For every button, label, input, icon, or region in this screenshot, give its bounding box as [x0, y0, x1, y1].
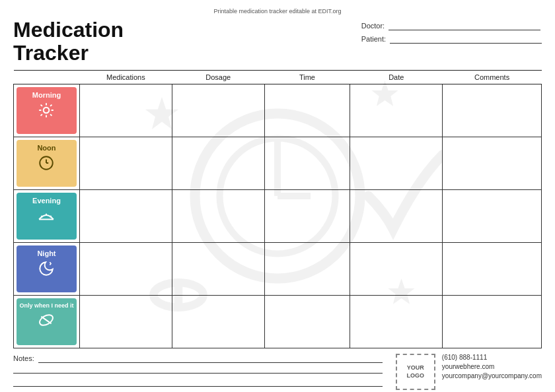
row-morning: Morning — [14, 84, 542, 137]
label-text-only-when: Only when I need it — [19, 302, 73, 309]
notes-label-text: Notes: — [13, 354, 34, 362]
row-only-when: Only when I need it — [14, 296, 542, 348]
notes-section: Notes: YOURLOGO (610) 888-1111 yourwebhe… — [13, 354, 542, 390]
data-cell-only-when-col4 — [443, 296, 542, 348]
col-header-date: Date — [350, 71, 443, 84]
phone: (610) 888-1111 — [442, 354, 542, 361]
data-cell-noon-col1 — [172, 137, 264, 190]
row-evening: Evening — [14, 190, 542, 243]
data-cell-morning-col3 — [350, 84, 443, 137]
svg-line-23 — [42, 317, 52, 324]
logo-box: YOURLOGO — [396, 354, 435, 390]
doctor-line — [388, 21, 540, 30]
data-cell-only-when-col0 — [79, 296, 172, 348]
page-title: MedicationTracker — [13, 18, 124, 65]
data-cell-night-col3 — [350, 243, 443, 296]
patient-label: Patient: — [361, 35, 386, 43]
row-night: Night — [14, 243, 542, 296]
label-text-evening: Evening — [32, 197, 61, 205]
svg-line-11 — [41, 105, 42, 106]
email: yourcompany@yourcompany.com — [442, 372, 542, 379]
contact-info: (610) 888-1111 yourwebhere.com yourcompa… — [442, 354, 542, 379]
data-cell-night-col0 — [79, 243, 172, 296]
label-cell-evening: Evening — [14, 190, 80, 243]
data-cell-morning-col4 — [443, 84, 542, 137]
data-cell-evening-col1 — [172, 190, 264, 243]
data-cell-evening-col0 — [79, 190, 172, 243]
noon-icon — [38, 154, 55, 173]
col-header-empty — [14, 71, 80, 84]
data-cell-evening-col3 — [350, 190, 443, 243]
col-header-comments: Comments — [443, 71, 542, 84]
notes-lines — [13, 366, 383, 387]
svg-line-12 — [51, 115, 52, 116]
label-box-morning: Morning — [17, 87, 77, 134]
tracker-table: Medications Dosage Time Date Comments Mo… — [13, 70, 542, 348]
label-box-night: Night — [17, 245, 77, 292]
header: MedicationTracker Doctor: Patient: — [13, 18, 542, 65]
svg-line-13 — [51, 105, 52, 106]
evening-icon — [38, 207, 55, 226]
notes-left: Notes: — [13, 354, 396, 387]
night-icon — [38, 260, 55, 278]
data-cell-evening-col2 — [264, 190, 350, 243]
top-bar-text: Printable medication tracker editable at… — [213, 8, 341, 15]
svg-line-14 — [41, 115, 42, 116]
website: yourwebhere.com — [442, 363, 542, 370]
data-cell-only-when-col1 — [172, 296, 264, 348]
notes-right: YOURLOGO (610) 888-1111 yourwebhere.com … — [396, 354, 542, 390]
data-cell-noon-col3 — [350, 137, 443, 190]
only-when-icon — [38, 311, 55, 330]
data-cell-morning-col1 — [172, 84, 264, 137]
logo-text: YOURLOGO — [407, 364, 425, 379]
svg-point-6 — [44, 108, 50, 114]
patient-fields: Doctor: Patient: — [361, 18, 542, 44]
morning-icon — [38, 102, 55, 120]
label-cell-only-when: Only when I need it — [14, 296, 80, 348]
notes-line-3 — [13, 379, 383, 387]
data-cell-only-when-col3 — [350, 296, 443, 348]
data-cell-night-col1 — [172, 243, 264, 296]
data-cell-night-col4 — [443, 243, 542, 296]
data-cell-noon-col4 — [443, 137, 542, 190]
doctor-label: Doctor: — [361, 22, 385, 30]
data-cell-morning-col2 — [264, 84, 350, 137]
label-box-noon: Noon — [17, 140, 77, 187]
doctor-field-row: Doctor: — [361, 21, 542, 30]
notes-label-row: Notes: — [13, 354, 383, 363]
data-cell-noon-col2 — [264, 137, 350, 190]
notes-first-line — [38, 354, 383, 363]
data-cell-morning-col0 — [79, 84, 172, 137]
label-cell-morning: Morning — [14, 84, 80, 137]
page: Printable medication tracker editable at… — [0, 0, 555, 392]
label-cell-night: Night — [14, 243, 80, 296]
label-text-night: Night — [37, 249, 56, 257]
label-text-morning: Morning — [32, 91, 61, 99]
label-text-noon: Noon — [37, 144, 56, 152]
top-bar: Printable medication tracker editable at… — [13, 8, 542, 15]
data-cell-only-when-col2 — [264, 296, 350, 348]
notes-line-2 — [13, 366, 383, 374]
patient-field-row: Patient: — [361, 34, 542, 44]
patient-line — [390, 34, 542, 44]
col-header-dosage: Dosage — [172, 71, 264, 84]
label-box-evening: Evening — [17, 193, 77, 240]
data-cell-night-col2 — [264, 243, 350, 296]
data-cell-noon-col0 — [79, 137, 172, 190]
col-header-medications: Medications — [79, 71, 172, 84]
label-box-only-when: Only when I need it — [17, 298, 77, 345]
col-header-time: Time — [264, 71, 350, 84]
label-cell-noon: Noon — [14, 137, 80, 190]
row-noon: Noon — [14, 137, 542, 190]
data-cell-evening-col4 — [443, 190, 542, 243]
